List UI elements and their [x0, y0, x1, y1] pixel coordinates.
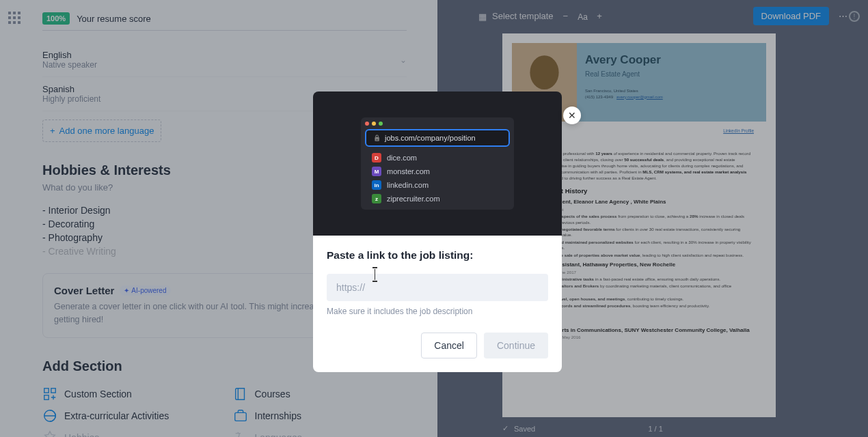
suggestion-row: Ddice.com: [369, 151, 506, 165]
job-url-input[interactable]: [327, 274, 548, 301]
suggestion-row: zziprecruiter.com: [369, 192, 506, 206]
lock-icon: [373, 135, 381, 141]
monster-favicon: M: [372, 167, 381, 176]
suggestion-row: Mmonster.com: [369, 165, 506, 178]
suggestion-row: inlinkedin.com: [369, 178, 506, 192]
modal-title: Paste a link to the job listing:: [327, 249, 548, 262]
modal-hint: Make sure it includes the job descriptio…: [327, 307, 548, 316]
ziprecruiter-favicon: z: [372, 194, 381, 203]
cancel-button[interactable]: Cancel: [421, 333, 477, 358]
mock-url-text: jobs.com/company/position: [385, 134, 476, 142]
text-cursor-icon: [375, 269, 375, 280]
browser-traffic-lights: [365, 122, 510, 126]
linkedin-favicon: in: [372, 180, 381, 190]
job-link-modal: ✕ jobs.com/company/position Ddice.com Mm…: [313, 91, 562, 372]
continue-button[interactable]: Continue: [484, 333, 548, 358]
close-button[interactable]: ✕: [563, 107, 581, 124]
dice-favicon: D: [372, 153, 381, 163]
modal-hero: jobs.com/company/position Ddice.com Mmon…: [313, 91, 562, 236]
mock-url-bar: jobs.com/company/position: [365, 129, 510, 147]
